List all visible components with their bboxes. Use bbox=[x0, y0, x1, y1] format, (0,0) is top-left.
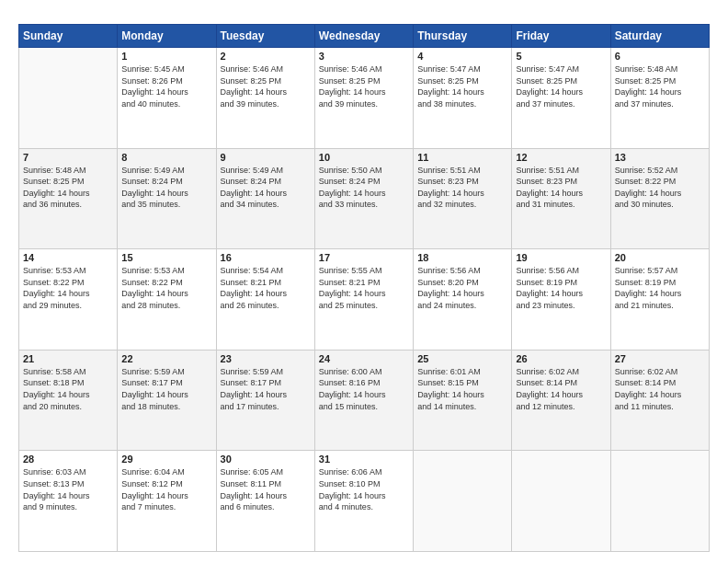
calendar-cell: 23Sunrise: 5:59 AM Sunset: 8:17 PM Dayli… bbox=[216, 350, 314, 451]
day-number: 14 bbox=[23, 252, 113, 263]
day-number: 8 bbox=[121, 152, 211, 163]
day-number: 30 bbox=[221, 454, 311, 465]
calendar-cell: 10Sunrise: 5:50 AM Sunset: 8:24 PM Dayli… bbox=[314, 148, 413, 249]
calendar-cell: 21Sunrise: 5:58 AM Sunset: 8:18 PM Dayli… bbox=[19, 350, 118, 451]
day-info: Sunrise: 5:47 AM Sunset: 8:25 PM Dayligh… bbox=[417, 63, 507, 109]
weekday-header-row: SundayMondayTuesdayWednesdayThursdayFrid… bbox=[19, 25, 710, 48]
day-info: Sunrise: 5:55 AM Sunset: 8:21 PM Dayligh… bbox=[319, 265, 409, 311]
calendar-cell: 16Sunrise: 5:54 AM Sunset: 8:21 PM Dayli… bbox=[216, 249, 314, 350]
day-info: Sunrise: 5:51 AM Sunset: 8:23 PM Dayligh… bbox=[516, 165, 606, 211]
day-number: 26 bbox=[516, 353, 606, 364]
calendar-week-row: 14Sunrise: 5:53 AM Sunset: 8:22 PM Dayli… bbox=[19, 249, 710, 350]
calendar-week-row: 28Sunrise: 6:03 AM Sunset: 8:13 PM Dayli… bbox=[19, 451, 710, 552]
day-info: Sunrise: 6:02 AM Sunset: 8:14 PM Dayligh… bbox=[516, 366, 606, 412]
day-info: Sunrise: 5:49 AM Sunset: 8:24 PM Dayligh… bbox=[221, 165, 311, 211]
day-number: 5 bbox=[516, 51, 606, 62]
day-info: Sunrise: 5:53 AM Sunset: 8:22 PM Dayligh… bbox=[23, 265, 113, 311]
calendar-cell: 7Sunrise: 5:48 AM Sunset: 8:25 PM Daylig… bbox=[19, 148, 118, 249]
day-info: Sunrise: 5:56 AM Sunset: 8:20 PM Dayligh… bbox=[417, 265, 507, 311]
weekday-header-saturday: Saturday bbox=[610, 25, 709, 48]
calendar-cell: 4Sunrise: 5:47 AM Sunset: 8:25 PM Daylig… bbox=[414, 48, 512, 149]
day-number: 3 bbox=[319, 51, 409, 62]
day-info: Sunrise: 6:06 AM Sunset: 8:10 PM Dayligh… bbox=[319, 466, 409, 512]
calendar-cell: 11Sunrise: 5:51 AM Sunset: 8:23 PM Dayli… bbox=[414, 148, 512, 249]
day-number: 16 bbox=[221, 252, 311, 263]
day-number: 24 bbox=[319, 353, 409, 364]
day-info: Sunrise: 5:53 AM Sunset: 8:22 PM Dayligh… bbox=[121, 265, 211, 311]
calendar-cell: 15Sunrise: 5:53 AM Sunset: 8:22 PM Dayli… bbox=[118, 249, 216, 350]
calendar-cell: 14Sunrise: 5:53 AM Sunset: 8:22 PM Dayli… bbox=[19, 249, 118, 350]
day-info: Sunrise: 5:59 AM Sunset: 8:17 PM Dayligh… bbox=[221, 366, 311, 412]
day-number: 22 bbox=[121, 353, 211, 364]
day-number: 17 bbox=[319, 252, 409, 263]
weekday-header-monday: Monday bbox=[118, 25, 216, 48]
calendar-cell: 2Sunrise: 5:46 AM Sunset: 8:25 PM Daylig… bbox=[216, 48, 314, 149]
calendar-cell: 27Sunrise: 6:02 AM Sunset: 8:14 PM Dayli… bbox=[610, 350, 709, 451]
day-info: Sunrise: 6:03 AM Sunset: 8:13 PM Dayligh… bbox=[23, 466, 113, 512]
day-number: 9 bbox=[221, 152, 311, 163]
day-number: 31 bbox=[319, 454, 409, 465]
calendar-cell: 5Sunrise: 5:47 AM Sunset: 8:25 PM Daylig… bbox=[512, 48, 610, 149]
day-info: Sunrise: 5:47 AM Sunset: 8:25 PM Dayligh… bbox=[516, 63, 606, 109]
day-number: 23 bbox=[221, 353, 311, 364]
calendar-cell: 17Sunrise: 5:55 AM Sunset: 8:21 PM Dayli… bbox=[314, 249, 413, 350]
day-info: Sunrise: 5:54 AM Sunset: 8:21 PM Dayligh… bbox=[221, 265, 311, 311]
day-number: 10 bbox=[319, 152, 409, 163]
weekday-header-sunday: Sunday bbox=[19, 25, 118, 48]
day-number: 19 bbox=[516, 252, 606, 263]
calendar-cell: 20Sunrise: 5:57 AM Sunset: 8:19 PM Dayli… bbox=[610, 249, 709, 350]
day-info: Sunrise: 5:58 AM Sunset: 8:18 PM Dayligh… bbox=[23, 366, 113, 412]
day-number: 15 bbox=[121, 252, 211, 263]
day-info: Sunrise: 5:57 AM Sunset: 8:19 PM Dayligh… bbox=[615, 265, 705, 311]
day-info: Sunrise: 6:05 AM Sunset: 8:11 PM Dayligh… bbox=[221, 466, 311, 512]
day-info: Sunrise: 6:00 AM Sunset: 8:16 PM Dayligh… bbox=[319, 366, 409, 412]
calendar-cell: 3Sunrise: 5:46 AM Sunset: 8:25 PM Daylig… bbox=[314, 48, 413, 149]
day-number: 6 bbox=[615, 51, 705, 62]
weekday-header-tuesday: Tuesday bbox=[216, 25, 314, 48]
day-info: Sunrise: 5:46 AM Sunset: 8:25 PM Dayligh… bbox=[221, 63, 311, 109]
calendar-week-row: 1Sunrise: 5:45 AM Sunset: 8:26 PM Daylig… bbox=[19, 48, 710, 149]
calendar-cell: 28Sunrise: 6:03 AM Sunset: 8:13 PM Dayli… bbox=[19, 451, 118, 552]
page: General Blue SundayMondayTuesdayWednesda… bbox=[0, 0, 728, 563]
weekday-header-wednesday: Wednesday bbox=[314, 25, 413, 48]
calendar-cell: 24Sunrise: 6:00 AM Sunset: 8:16 PM Dayli… bbox=[314, 350, 413, 451]
calendar-cell: 1Sunrise: 5:45 AM Sunset: 8:26 PM Daylig… bbox=[118, 48, 216, 149]
day-info: Sunrise: 5:50 AM Sunset: 8:24 PM Dayligh… bbox=[319, 165, 409, 211]
day-info: Sunrise: 5:52 AM Sunset: 8:22 PM Dayligh… bbox=[615, 165, 705, 211]
day-number: 4 bbox=[417, 51, 507, 62]
calendar-week-row: 7Sunrise: 5:48 AM Sunset: 8:25 PM Daylig… bbox=[19, 148, 710, 249]
day-number: 18 bbox=[417, 252, 507, 263]
calendar-cell: 8Sunrise: 5:49 AM Sunset: 8:24 PM Daylig… bbox=[118, 148, 216, 249]
day-info: Sunrise: 6:04 AM Sunset: 8:12 PM Dayligh… bbox=[121, 466, 211, 512]
day-number: 29 bbox=[121, 454, 211, 465]
day-info: Sunrise: 5:48 AM Sunset: 8:25 PM Dayligh… bbox=[23, 165, 113, 211]
calendar-cell: 26Sunrise: 6:02 AM Sunset: 8:14 PM Dayli… bbox=[512, 350, 610, 451]
day-info: Sunrise: 6:02 AM Sunset: 8:14 PM Dayligh… bbox=[615, 366, 705, 412]
day-number: 12 bbox=[516, 152, 606, 163]
calendar-week-row: 21Sunrise: 5:58 AM Sunset: 8:18 PM Dayli… bbox=[19, 350, 710, 451]
calendar-cell: 22Sunrise: 5:59 AM Sunset: 8:17 PM Dayli… bbox=[118, 350, 216, 451]
day-number: 1 bbox=[121, 51, 211, 62]
day-info: Sunrise: 6:01 AM Sunset: 8:15 PM Dayligh… bbox=[417, 366, 507, 412]
calendar-cell bbox=[512, 451, 610, 552]
weekday-header-thursday: Thursday bbox=[414, 25, 512, 48]
calendar-cell: 18Sunrise: 5:56 AM Sunset: 8:20 PM Dayli… bbox=[414, 249, 512, 350]
day-info: Sunrise: 5:45 AM Sunset: 8:26 PM Dayligh… bbox=[121, 63, 211, 109]
day-number: 27 bbox=[615, 353, 705, 364]
calendar-cell: 29Sunrise: 6:04 AM Sunset: 8:12 PM Dayli… bbox=[118, 451, 216, 552]
day-info: Sunrise: 5:49 AM Sunset: 8:24 PM Dayligh… bbox=[121, 165, 211, 211]
day-number: 13 bbox=[615, 152, 705, 163]
calendar-cell: 25Sunrise: 6:01 AM Sunset: 8:15 PM Dayli… bbox=[414, 350, 512, 451]
day-number: 21 bbox=[23, 353, 113, 364]
day-number: 20 bbox=[615, 252, 705, 263]
calendar-cell: 6Sunrise: 5:48 AM Sunset: 8:25 PM Daylig… bbox=[610, 48, 709, 149]
day-info: Sunrise: 5:59 AM Sunset: 8:17 PM Dayligh… bbox=[121, 366, 211, 412]
calendar-cell bbox=[19, 48, 118, 149]
day-number: 11 bbox=[417, 152, 507, 163]
day-info: Sunrise: 5:48 AM Sunset: 8:25 PM Dayligh… bbox=[615, 63, 705, 109]
day-number: 28 bbox=[23, 454, 113, 465]
calendar-cell bbox=[414, 451, 512, 552]
calendar-cell: 31Sunrise: 6:06 AM Sunset: 8:10 PM Dayli… bbox=[314, 451, 413, 552]
day-number: 25 bbox=[417, 353, 507, 364]
calendar-cell: 13Sunrise: 5:52 AM Sunset: 8:22 PM Dayli… bbox=[610, 148, 709, 249]
